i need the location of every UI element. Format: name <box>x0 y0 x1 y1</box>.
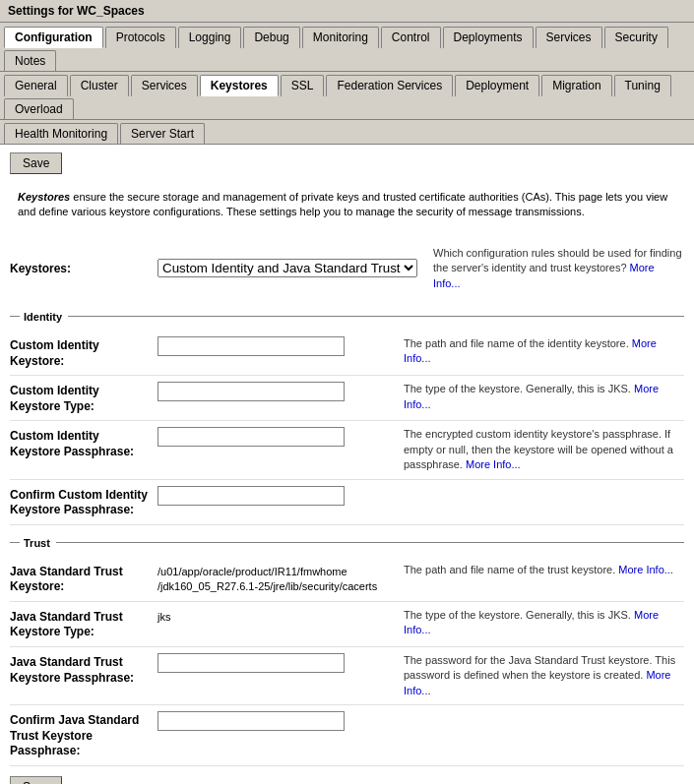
custom-identity-keystore-passphrase-input[interactable] <box>158 427 345 447</box>
tab-deployments[interactable]: Deployments <box>443 27 534 48</box>
custom-identity-keystore-type-row: Custom Identity Keystore Type: The type … <box>10 376 684 421</box>
content-area: Save Keystores ensure the secure storage… <box>0 145 694 784</box>
java-standard-trust-keystore-type-label: Java Standard Trust Keystore Type: <box>10 608 158 640</box>
java-standard-trust-keystore-row: Java Standard Trust Keystore: /u01/app/o… <box>10 557 684 602</box>
java-standard-trust-keystore-type-row: Java Standard Trust Keystore Type: jks T… <box>10 602 684 647</box>
title-bar: Settings for WC_Spaces <box>0 0 694 23</box>
tab-keystores[interactable]: Keystores <box>200 75 279 96</box>
java-standard-trust-keystore-type-value-area: jks <box>158 608 394 625</box>
java-standard-trust-keystore-type-desc: The type of the keystore. Generally, thi… <box>394 608 684 638</box>
custom-identity-keystore-input[interactable] <box>158 336 345 356</box>
keystores-select-area: Custom Identity and Java Standard Trust <box>158 259 423 277</box>
java-standard-trust-keystore-passphrase-label: Java Standard Trust Keystore Passphrase: <box>10 653 158 686</box>
custom-identity-keystore-type-input[interactable] <box>158 382 345 401</box>
custom-identity-keystore-type-label: Custom Identity Keystore Type: <box>10 382 158 414</box>
keystores-label: Keystores: <box>10 262 158 275</box>
description-italic: Keystores <box>18 191 70 203</box>
description-box: Keystores ensure the secure storage and … <box>10 184 684 226</box>
save-button-top[interactable]: Save <box>10 152 62 174</box>
title-text: Settings for WC_Spaces <box>8 4 145 18</box>
trust-section-header: Trust <box>10 537 684 549</box>
confirm-custom-identity-keystore-passphrase-input-area <box>158 486 394 506</box>
confirm-java-standard-trust-keystore-passphrase-input-area <box>158 711 394 731</box>
custom-identity-keystore-label: Custom Identity Keystore: <box>10 336 158 369</box>
main-tab-bar: Configuration Protocols Logging Debug Mo… <box>0 23 694 72</box>
custom-identity-keystore-passphrase-more-link[interactable]: More Info... <box>466 458 521 470</box>
java-standard-trust-keystore-value: /u01/app/oracle/product/IR11/fmwhome /jd… <box>158 563 394 595</box>
custom-identity-keystore-passphrase-desc: The encrypted custom identity keystore's… <box>394 427 684 472</box>
tab-cluster[interactable]: Cluster <box>70 75 129 96</box>
confirm-custom-identity-keystore-passphrase-input[interactable] <box>158 486 345 506</box>
tab-ssl[interactable]: SSL <box>281 75 325 96</box>
java-standard-trust-keystore-label: Java Standard Trust Keystore: <box>10 563 158 595</box>
tab-monitoring[interactable]: Monitoring <box>302 27 379 48</box>
java-standard-trust-keystore-value-area: /u01/app/oracle/product/IR11/fmwhome /jd… <box>158 563 394 595</box>
custom-identity-keystore-input-area <box>158 336 394 356</box>
custom-identity-keystore-passphrase-label: Custom Identity Keystore Passphrase: <box>10 427 158 459</box>
tab-services[interactable]: Services <box>131 75 198 96</box>
java-standard-trust-keystore-more-link[interactable]: More Info... <box>618 564 673 575</box>
tab-general[interactable]: General <box>4 75 68 96</box>
confirm-java-standard-trust-keystore-passphrase-row: Confirm Java Standard Trust Keystore Pas… <box>10 705 684 766</box>
tab-notes[interactable]: Notes <box>4 50 56 71</box>
java-standard-trust-keystore-desc: The path and file name of the trust keys… <box>394 563 684 577</box>
tab-deployment[interactable]: Deployment <box>455 75 539 96</box>
java-standard-trust-keystore-passphrase-input-area <box>158 653 394 673</box>
custom-identity-keystore-desc: The path and file name of the identity k… <box>394 336 684 367</box>
confirm-custom-identity-keystore-passphrase-label: Confirm Custom Identity Keystore Passphr… <box>10 486 158 518</box>
tab-configuration[interactable]: Configuration <box>4 27 103 48</box>
save-button-bottom[interactable]: Save <box>10 776 62 784</box>
confirm-custom-identity-keystore-passphrase-row: Confirm Custom Identity Keystore Passphr… <box>10 480 684 525</box>
tab-debug[interactable]: Debug <box>243 27 299 48</box>
tab-tuning[interactable]: Tuning <box>614 75 671 96</box>
tab-health-monitoring[interactable]: Health Monitoring <box>4 123 118 144</box>
keystores-description: Which configuration rules should be used… <box>423 246 684 291</box>
java-standard-trust-keystore-passphrase-desc: The password for the Java Standard Trust… <box>394 653 684 698</box>
tab-overload[interactable]: Overload <box>4 98 74 119</box>
identity-section-header: Identity <box>10 311 684 323</box>
sub-tab-bar-2: Health Monitoring Server Start <box>0 120 694 145</box>
tab-services[interactable]: Services <box>536 27 602 48</box>
custom-identity-keystore-type-input-area <box>158 382 394 401</box>
tab-federation-services[interactable]: Federation Services <box>326 75 453 96</box>
custom-identity-keystore-row: Custom Identity Keystore: The path and f… <box>10 331 684 376</box>
tab-security[interactable]: Security <box>604 27 668 48</box>
keystores-row: Keystores: Custom Identity and Java Stan… <box>10 238 684 299</box>
java-standard-trust-keystore-passphrase-input[interactable] <box>158 653 345 673</box>
tab-control[interactable]: Control <box>381 27 441 48</box>
confirm-java-standard-trust-keystore-passphrase-label: Confirm Java Standard Trust Keystore Pas… <box>10 711 158 759</box>
keystores-select[interactable]: Custom Identity and Java Standard Trust <box>158 259 417 277</box>
tab-migration[interactable]: Migration <box>541 75 611 96</box>
confirm-java-standard-trust-keystore-passphrase-input[interactable] <box>158 711 345 731</box>
tab-server-start[interactable]: Server Start <box>120 123 205 144</box>
java-standard-trust-keystore-passphrase-row: Java Standard Trust Keystore Passphrase:… <box>10 647 684 705</box>
custom-identity-keystore-passphrase-input-area <box>158 427 394 447</box>
custom-identity-keystore-type-desc: The type of the keystore. Generally, thi… <box>394 382 684 412</box>
tab-protocols[interactable]: Protocols <box>105 27 176 48</box>
description-text: ensure the secure storage and management… <box>18 191 667 217</box>
java-standard-trust-keystore-type-value: jks <box>158 608 394 625</box>
tab-logging[interactable]: Logging <box>178 27 242 48</box>
sub-tab-bar: General Cluster Services Keystores SSL F… <box>0 72 694 120</box>
custom-identity-keystore-passphrase-row: Custom Identity Keystore Passphrase: The… <box>10 421 684 479</box>
